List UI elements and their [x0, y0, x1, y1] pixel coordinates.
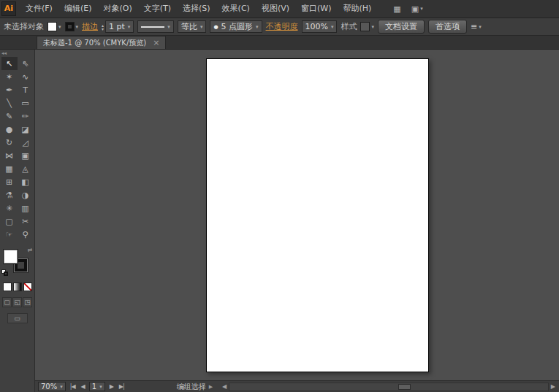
- fill-color-swatch[interactable]: [47, 22, 57, 31]
- rectangle-tool[interactable]: ▭: [18, 96, 34, 109]
- free-transform-tool[interactable]: ▣: [18, 149, 34, 162]
- style-select[interactable]: ▾: [360, 22, 374, 31]
- width-tool[interactable]: ⋈: [1, 149, 18, 162]
- scrollbar-handle[interactable]: [398, 384, 411, 390]
- stroke-color-swatch[interactable]: [65, 22, 75, 31]
- scroll-left-icon[interactable]: ◀: [220, 383, 229, 390]
- control-bar: 未选择对象 ▾ ▾ 描边 ▴ ▾ 1 pt ▾ ▾ 等比 ▾: [0, 18, 559, 36]
- document-setup-button[interactable]: 文档设置: [378, 20, 425, 34]
- artboard[interactable]: [206, 58, 429, 372]
- variable-width-profile-select[interactable]: ▾: [137, 20, 174, 33]
- scale-tool[interactable]: ◿: [18, 136, 34, 149]
- pen-tool[interactable]: ✒: [1, 83, 18, 96]
- gradient-tool[interactable]: ◧: [18, 175, 34, 188]
- hand-tool[interactable]: ☞: [1, 228, 18, 241]
- default-fill-stroke-icon[interactable]: [1, 269, 9, 277]
- stroke-weight-stepper[interactable]: ▴ ▾: [102, 23, 104, 31]
- zoom-level-select[interactable]: 70% ▾: [38, 382, 66, 391]
- none-button[interactable]: [23, 283, 32, 291]
- first-artboard-button[interactable]: |◀: [69, 383, 77, 390]
- screen-mode-icon[interactable]: ▭: [7, 313, 28, 323]
- brush-definition-select[interactable]: ● 5 点圆形 ▾: [210, 20, 262, 33]
- column-graph-tool[interactable]: ▥: [18, 201, 34, 215]
- tools-grid: ↖⇖✶∿✒T╲▭✎✏●◪↻◿⋈▣▦◬⊞◧⚗◑✳▥▢✂☞⚲: [1, 57, 34, 241]
- stroke-color-control[interactable]: ▾: [65, 22, 79, 31]
- control-panel-menu-button[interactable]: ≡ ▾: [471, 22, 482, 31]
- draw-inside-icon[interactable]: ◳: [23, 297, 32, 307]
- menu-window[interactable]: 窗口(W): [295, 0, 337, 18]
- next-artboard-button[interactable]: ▶: [108, 383, 115, 390]
- scrollbar-track[interactable]: [229, 383, 549, 391]
- chevron-down-icon: ▾: [371, 24, 374, 30]
- line-segment-tool[interactable]: ╲: [1, 96, 18, 109]
- style-swatch[interactable]: [360, 22, 370, 31]
- rotate-tool[interactable]: ↻: [1, 136, 18, 149]
- symbol-sprayer-tool[interactable]: ✳: [1, 201, 18, 215]
- direct-selection-tool[interactable]: ⇖: [18, 57, 34, 70]
- shape-builder-tool[interactable]: ▦: [1, 162, 18, 175]
- perspective-grid-tool[interactable]: ◬: [18, 162, 34, 175]
- blend-tool[interactable]: ◑: [18, 188, 34, 201]
- chevron-down-icon: ▾: [58, 24, 61, 30]
- gradient-button[interactable]: [13, 283, 22, 291]
- preferences-button[interactable]: 首选项: [428, 20, 467, 34]
- stroke-weight-input[interactable]: 1 pt ▾: [105, 20, 134, 33]
- free-transform-tool-icon: ▣: [21, 151, 28, 161]
- artboard-tool[interactable]: ▢: [1, 215, 18, 228]
- slice-tool[interactable]: ✂: [18, 215, 34, 228]
- horizontal-scrollbar[interactable]: ◀ ▶: [220, 383, 558, 391]
- width-tool-icon: ⋈: [5, 151, 13, 161]
- fill-indicator[interactable]: [4, 250, 18, 264]
- canvas[interactable]: [35, 50, 559, 380]
- status-popup-icon[interactable]: ▶: [209, 384, 213, 390]
- stroke-panel-link[interactable]: 描边: [82, 21, 98, 32]
- selection-status-label: 未选择对象: [4, 21, 44, 32]
- menu-view[interactable]: 视图(V): [256, 0, 295, 18]
- opacity-panel-link[interactable]: 不透明度: [266, 21, 298, 32]
- style-label: 样式: [341, 21, 357, 32]
- previous-artboard-button[interactable]: ◀: [80, 383, 86, 390]
- menu-select[interactable]: 选择(S): [177, 0, 216, 18]
- arrange-documents-button[interactable]: ▣ ▾: [411, 4, 423, 14]
- menu-help[interactable]: 帮助(H): [337, 0, 377, 18]
- menu-effect[interactable]: 效果(C): [216, 0, 256, 18]
- width-profile-uniform-select[interactable]: 等比 ▾: [178, 20, 207, 33]
- last-artboard-button[interactable]: ▶|: [118, 383, 126, 390]
- document-tab[interactable]: 未标题-1 @ 70% (CMYK/预览) ×: [37, 36, 166, 49]
- paintbrush-tool[interactable]: ✎: [1, 109, 18, 123]
- fill-color-control[interactable]: ▾: [47, 22, 61, 31]
- chevron-down-icon: ▾: [479, 24, 482, 30]
- artboard-number-select[interactable]: 1 ▾: [89, 382, 105, 391]
- panel-menu-icon: ≡: [471, 22, 477, 31]
- zoom-tool[interactable]: ⚲: [18, 228, 34, 241]
- menu-type[interactable]: 文字(T): [138, 0, 177, 18]
- menu-edit[interactable]: 编辑(E): [58, 0, 98, 18]
- status-display[interactable]: 编组选择 ▶: [177, 382, 213, 392]
- collapse-panel-icon[interactable]: ◂◂: [0, 50, 8, 57]
- eyedropper-tool-icon: ⚗: [6, 191, 13, 200]
- swap-fill-stroke-icon[interactable]: ⇄: [28, 247, 33, 253]
- selection-tool[interactable]: ↖: [1, 57, 18, 70]
- menu-file[interactable]: 文件(F): [20, 0, 58, 18]
- type-tool[interactable]: T: [18, 83, 34, 96]
- pencil-tool[interactable]: ✏: [18, 109, 34, 123]
- scroll-right-icon[interactable]: ▶: [549, 383, 558, 390]
- default-stroke-square: [4, 272, 8, 276]
- slice-tool-icon: ✂: [22, 217, 28, 226]
- draw-normal-icon[interactable]: ▢: [2, 297, 12, 307]
- lasso-tool[interactable]: ∿: [18, 70, 34, 83]
- mesh-tool[interactable]: ⊞: [1, 175, 18, 188]
- menu-object[interactable]: 对象(O): [97, 0, 137, 18]
- magic-wand-tool[interactable]: ✶: [1, 70, 18, 83]
- eraser-tool[interactable]: ◪: [18, 123, 34, 136]
- chevron-down-icon: ▾: [76, 24, 79, 30]
- draw-behind-icon[interactable]: ◱: [12, 297, 22, 307]
- bridge-icon[interactable]: ▦: [393, 4, 400, 14]
- eyedropper-tool[interactable]: ⚗: [1, 188, 18, 201]
- color-button[interactable]: [3, 283, 12, 291]
- opacity-input[interactable]: 100% ▾: [302, 20, 338, 33]
- spin-down-icon[interactable]: ▾: [102, 27, 104, 31]
- blob-brush-tool[interactable]: ●: [1, 123, 18, 136]
- close-tab-icon[interactable]: ×: [153, 38, 159, 47]
- hand-tool-icon: ☞: [6, 230, 13, 239]
